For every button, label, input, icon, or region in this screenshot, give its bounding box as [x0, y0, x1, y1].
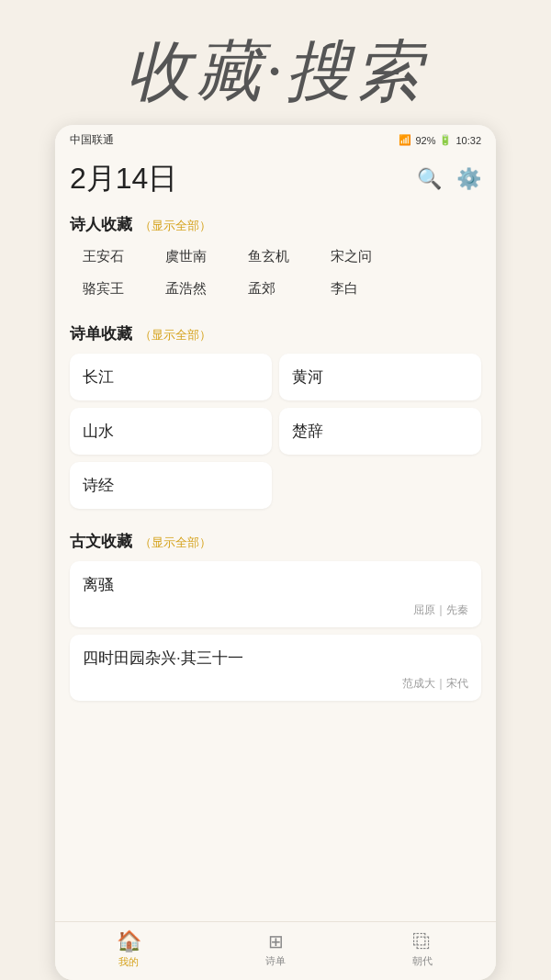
poets-section: 诗人收藏 （显示全部） 王安石 虞世南 鱼玄机 宋之问 骆宾王 孟浩然 孟郊 李… [70, 210, 481, 301]
home-icon: 🏠 [117, 929, 141, 953]
poet-tag[interactable]: 骆宾王 [70, 276, 152, 301]
nav-item-shidan[interactable]: ⊞ 诗单 [243, 930, 308, 968]
status-bar: 中国联通 📶 92% 🔋 10:32 [55, 125, 496, 152]
poets-show-all[interactable]: （显示全部） [140, 218, 211, 234]
nav-label-shidan: 诗单 [265, 954, 286, 968]
hero-section: 收藏·搜索 [0, 0, 551, 125]
phone-frame: 中国联通 📶 92% 🔋 10:32 2月14日 🔍 ⚙️ 诗人收藏 （显示全部… [55, 125, 496, 980]
shidan-section-header: 诗单收藏 （显示全部） [70, 320, 481, 344]
prose-section: 古文收藏 （显示全部） 离骚 屈原｜先秦 四时田园杂兴·其三十一 范成大｜宋代 [70, 527, 481, 701]
nav-item-dynasty[interactable]: ⿻ 朝代 [390, 931, 455, 968]
shidan-row-3: 诗经 [70, 462, 481, 509]
poet-tag[interactable]: 孟郊 [235, 276, 318, 301]
shidan-row-1: 长江 黄河 [70, 354, 481, 400]
prose-card-lisao[interactable]: 离骚 屈原｜先秦 [70, 561, 481, 627]
status-right: 📶 92% 🔋 10:32 [399, 134, 481, 146]
poet-tag[interactable]: 孟浩然 [152, 276, 235, 301]
shidan-section-title: 诗单收藏 [70, 323, 132, 344]
prose-section-header: 古文收藏 （显示全部） [70, 527, 481, 552]
prose-card-lisao-title: 离骚 [83, 574, 468, 595]
shidan-card-chuci[interactable]: 楚辞 [279, 408, 481, 455]
date-display: 2月14日 [70, 159, 177, 199]
poet-tag[interactable]: 鱼玄机 [235, 244, 318, 269]
header-actions: 🔍 ⚙️ [417, 167, 481, 191]
carrier-label: 中国联通 [70, 132, 114, 148]
poets-grid: 王安石 虞世南 鱼玄机 宋之问 骆宾王 孟浩然 孟郊 李白 [70, 244, 481, 301]
shidan-row-2: 山水 楚辞 [70, 408, 481, 455]
nav-label-dynasty: 朝代 [412, 954, 433, 968]
shidan-section: 诗单收藏 （显示全部） 长江 黄河 山水 楚辞 诗经 [70, 320, 481, 509]
shidan-card-shijing[interactable]: 诗经 [70, 462, 272, 509]
shidan-card-shanshui[interactable]: 山水 [70, 408, 272, 455]
prose-card-sishi-author: 范成大｜宋代 [83, 676, 468, 692]
prose-card-lisao-author: 屈原｜先秦 [83, 603, 468, 618]
hero-title: 收藏·搜索 [126, 28, 425, 116]
shidan-card-grid: 长江 黄河 山水 楚辞 诗经 [70, 354, 481, 509]
app-header: 2月14日 🔍 ⚙️ [55, 152, 496, 210]
battery-level: 92% [415, 135, 435, 146]
shidan-card-huanghe[interactable]: 黄河 [279, 354, 481, 400]
settings-icon[interactable]: ⚙️ [456, 167, 481, 191]
prose-section-title: 古文收藏 [70, 531, 132, 552]
dynasty-nav-icon: ⿻ [413, 931, 432, 952]
prose-card-sishi[interactable]: 四时田园杂兴·其三十一 范成大｜宋代 [70, 635, 481, 701]
poet-tag[interactable]: 王安石 [70, 244, 152, 269]
poets-section-title: 诗人收藏 [70, 214, 132, 235]
signal-icon: 📶 [399, 134, 411, 146]
poet-tag[interactable]: 虞世南 [152, 244, 235, 269]
poet-tag[interactable]: 宋之问 [318, 244, 400, 269]
shidan-nav-icon: ⊞ [268, 930, 284, 952]
nav-label-mine: 我的 [118, 955, 139, 969]
shidan-show-all[interactable]: （显示全部） [140, 327, 211, 344]
shidan-card-changjiang[interactable]: 长江 [70, 354, 272, 400]
main-content: 诗人收藏 （显示全部） 王安石 虞世南 鱼玄机 宋之问 骆宾王 孟浩然 孟郊 李… [55, 210, 496, 921]
poet-tag[interactable]: 李白 [318, 276, 400, 301]
prose-show-all[interactable]: （显示全部） [140, 535, 211, 551]
prose-card-sishi-title: 四时田园杂兴·其三十一 [83, 648, 468, 669]
time-display: 10:32 [455, 135, 481, 146]
bottom-nav: 🏠 我的 ⊞ 诗单 ⿻ 朝代 [55, 921, 496, 980]
battery-icon: 🔋 [439, 134, 452, 146]
nav-item-mine[interactable]: 🏠 我的 [96, 929, 161, 969]
poets-section-header: 诗人收藏 （显示全部） [70, 210, 481, 235]
search-icon[interactable]: 🔍 [417, 167, 442, 191]
